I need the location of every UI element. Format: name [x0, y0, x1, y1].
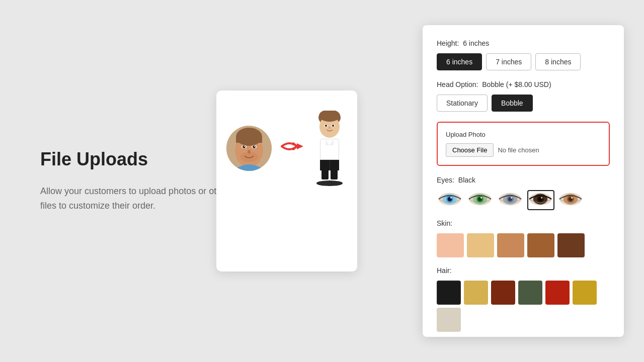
eye-swatches — [437, 190, 610, 210]
hair-swatches — [437, 281, 610, 332]
stationary-button[interactable]: Stationary — [437, 95, 488, 112]
arrow-icon — [279, 136, 304, 161]
eyes-label: Eyes: Black — [437, 176, 610, 184]
head-option-label: Head Option: Bobble (+ $8.00 USD) — [437, 80, 610, 88]
product-options-panel: Height: 6 inches 6 inches 7 inches 8 inc… — [423, 25, 624, 337]
file-input-row: Choose File No file chosen — [446, 143, 601, 157]
hair-section: Hair: — [437, 266, 610, 332]
upload-label: Upload Photo — [446, 131, 601, 138]
eyes-section: Eyes: Black — [437, 176, 610, 210]
svg-point-9 — [254, 146, 255, 147]
svg-point-8 — [244, 146, 245, 147]
skin-label: Skin: — [437, 219, 610, 227]
eye-grey-swatch[interactable] — [497, 190, 524, 210]
hair-swatch-black[interactable] — [437, 281, 461, 305]
hair-swatch-golden[interactable] — [573, 281, 597, 305]
svg-point-18 — [332, 125, 334, 127]
svg-point-11 — [240, 152, 258, 162]
svg-point-27 — [450, 197, 452, 199]
svg-point-33 — [480, 197, 482, 199]
eye-black-swatch[interactable] — [527, 190, 554, 210]
skin-section: Skin: — [437, 219, 610, 257]
eye-blue-swatch[interactable] — [437, 190, 464, 210]
svg-point-19 — [329, 127, 331, 129]
skin-swatch-5[interactable] — [557, 233, 585, 257]
height-6-button[interactable]: 6 inches — [437, 53, 482, 70]
skin-swatches — [437, 233, 610, 257]
svg-marker-12 — [297, 143, 303, 149]
svg-point-6 — [243, 145, 246, 148]
height-options: 6 inches 7 inches 8 inches — [437, 53, 610, 70]
person-photo-svg — [226, 126, 272, 171]
skin-swatch-4[interactable] — [527, 233, 554, 257]
description-text: Allow your customers to upload photos or… — [40, 184, 231, 213]
upload-photo-box: Upload Photo Choose File No file chosen — [437, 122, 610, 166]
svg-point-39 — [511, 197, 513, 199]
hair-label: Hair: — [437, 266, 610, 275]
hair-swatch-darkgreen[interactable] — [518, 281, 542, 305]
svg-point-17 — [325, 125, 327, 127]
skin-swatch-1[interactable] — [437, 233, 464, 257]
svg-rect-3 — [236, 137, 262, 143]
skin-swatch-3[interactable] — [497, 233, 524, 257]
hair-swatch-darkbrown[interactable] — [491, 281, 515, 305]
no-file-text: No file chosen — [498, 146, 539, 154]
choose-file-button[interactable]: Choose File — [446, 143, 494, 157]
bobble-button[interactable]: Bobble — [492, 95, 533, 112]
hair-swatch-blonde[interactable] — [464, 281, 488, 305]
head-options: Stationary Bobble — [437, 95, 610, 112]
eye-brown-swatch[interactable] — [557, 190, 585, 210]
bobblehead-figure — [312, 111, 347, 186]
eye-green-swatch[interactable] — [467, 190, 494, 210]
hair-swatch-silver[interactable] — [437, 308, 461, 332]
svg-point-7 — [253, 145, 256, 148]
skin-swatch-2[interactable] — [467, 233, 494, 257]
hair-swatch-red[interactable] — [545, 281, 570, 305]
person-photo — [226, 126, 272, 171]
illustration-card — [216, 90, 357, 272]
height-8-button[interactable]: 8 inches — [535, 53, 581, 70]
page-title: File Uploads — [40, 149, 231, 170]
svg-point-51 — [571, 197, 573, 199]
svg-point-45 — [541, 197, 543, 199]
height-label: Height: 6 inches — [437, 39, 610, 47]
portrait-container — [226, 111, 347, 186]
height-7-button[interactable]: 7 inches — [486, 53, 531, 70]
